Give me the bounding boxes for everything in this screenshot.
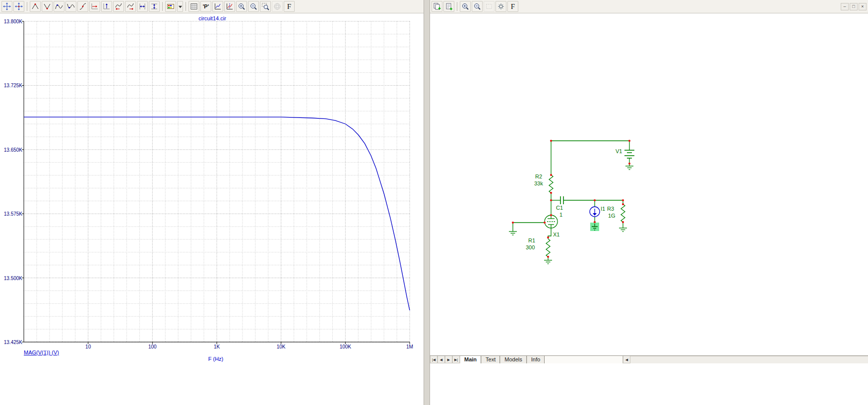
font-label: F	[287, 2, 291, 11]
ground-symbol-left[interactable]	[509, 231, 517, 235]
valley-icon	[43, 2, 51, 10]
minimize-button[interactable]: –	[841, 3, 849, 10]
zoom-out-button[interactable]	[472, 1, 483, 12]
value-c1[interactable]: 1	[559, 212, 562, 218]
cursor-move-icon	[3, 2, 11, 10]
schematic-tabbar: |◀ ◀ ▶ ▶| Main Text Models Info ◀	[430, 355, 868, 363]
color-palette-button[interactable]	[165, 1, 176, 12]
font-button[interactable]: F	[507, 1, 518, 12]
tab-scroll-next-button[interactable]: ▶	[445, 356, 452, 363]
toolbar-separator	[457, 2, 457, 11]
component-c1-capacitor[interactable]	[560, 196, 563, 204]
tab-text[interactable]: Text	[481, 356, 500, 363]
add-text-page-icon	[445, 2, 453, 10]
component-v1-battery[interactable]	[624, 150, 634, 158]
value-r3[interactable]: 1G	[608, 213, 616, 219]
label-x1[interactable]: X1	[553, 231, 559, 237]
tag-vertical-button[interactable]	[149, 1, 160, 12]
select-mode-button[interactable]	[1, 1, 12, 12]
label-v1[interactable]: V1	[616, 148, 622, 154]
cursor-mode-button[interactable]	[13, 1, 24, 12]
sphere-icon	[273, 2, 281, 10]
plot-toolbar: 'P' F	[0, 0, 424, 13]
component-r1-resistor[interactable]	[546, 239, 550, 257]
peak-button[interactable]	[30, 1, 41, 12]
tab-models[interactable]: Models	[500, 356, 526, 363]
zoom-region-button[interactable]	[260, 1, 271, 12]
component-r3-resistor[interactable]	[621, 204, 625, 222]
ground-symbol-r1[interactable]	[544, 260, 552, 264]
chart-cursor-icon	[226, 2, 234, 10]
hscroll-left-button[interactable]: ◀	[623, 356, 630, 363]
tab-scroll-prev-button[interactable]: ◀	[437, 356, 445, 363]
selected-ground-symbol[interactable]	[590, 223, 599, 231]
periodic-button[interactable]: 'P'	[200, 1, 211, 12]
tab-info[interactable]: Info	[527, 356, 545, 363]
tab-scroll-last-button[interactable]: ▶|	[452, 356, 460, 363]
schematic-canvas[interactable]	[430, 13, 868, 355]
component-x1-tube[interactable]	[545, 215, 558, 228]
component-i1-current-source[interactable]	[590, 207, 600, 217]
tab-scroll-first-button[interactable]: |◀	[430, 356, 437, 363]
tag-left-button[interactable]	[113, 1, 124, 12]
goto-y-button[interactable]	[101, 1, 112, 12]
caret-down-icon	[178, 4, 183, 9]
hscroll-track[interactable]	[630, 356, 868, 363]
options-button[interactable]	[496, 1, 506, 12]
plot-title: circuit14.cir	[10, 15, 415, 21]
periodic-label: 'P'	[203, 3, 209, 9]
tab-spacer	[545, 356, 623, 363]
schematic-toolbar: F – □ ×	[430, 0, 868, 13]
toolbar-separator	[162, 2, 163, 11]
add-page-button[interactable]	[432, 1, 442, 12]
palette-icon	[167, 2, 175, 10]
scale-mode-button[interactable]	[212, 1, 223, 12]
tag-horizontal-button[interactable]	[137, 1, 148, 12]
zoom-out-icon	[249, 2, 257, 10]
label-r1[interactable]: R1	[528, 237, 535, 243]
gear-icon	[497, 2, 505, 10]
label-r2[interactable]: R2	[535, 174, 542, 179]
peak-icon	[31, 2, 39, 10]
table-icon	[190, 2, 198, 10]
application-window: 'P' F 13.800K13.725K13.650K13.575K13.500…	[0, 0, 868, 405]
goto-x-button[interactable]	[89, 1, 100, 12]
plot-canvas[interactable]	[0, 13, 424, 405]
value-r1[interactable]: 300	[526, 244, 535, 250]
component-r2-resistor[interactable]	[549, 175, 553, 193]
ground-symbol-r3[interactable]	[619, 228, 627, 231]
ground-symbol-v1[interactable]	[625, 166, 633, 170]
label-r3[interactable]: R3	[607, 206, 614, 212]
zoom-out-button[interactable]	[248, 1, 259, 12]
three-d-button[interactable]	[272, 1, 283, 12]
global-low-button[interactable]	[65, 1, 76, 12]
tag-horizontal-icon	[138, 2, 146, 10]
select-region-button[interactable]	[484, 1, 495, 12]
tag-left-icon	[115, 2, 123, 10]
schematic-editor[interactable]: V1 R2 33k C1 1 I1 R3 1G X1 R1 300	[430, 13, 868, 355]
inflection-button[interactable]	[77, 1, 88, 12]
palette-dropdown-button[interactable]	[177, 1, 183, 12]
zoom-in-button[interactable]	[236, 1, 247, 12]
zoom-in-icon	[461, 2, 469, 10]
zoom-in-button[interactable]	[460, 1, 471, 12]
panel-splitter[interactable]	[424, 0, 430, 405]
zoom-out-icon	[473, 2, 481, 10]
toolbar-separator	[27, 2, 27, 11]
trace-label[interactable]: MAG(V(1)) (V)	[24, 349, 59, 355]
numeric-output-button[interactable]	[188, 1, 199, 12]
tab-main[interactable]: Main	[460, 356, 481, 363]
add-text-page-button[interactable]	[443, 1, 454, 12]
inflection-icon	[79, 2, 87, 10]
value-r2[interactable]: 33k	[534, 180, 543, 186]
toolbar-separator	[186, 2, 186, 11]
label-c1[interactable]: C1	[556, 205, 563, 211]
close-button[interactable]: ×	[859, 3, 867, 10]
cursor-chart-button[interactable]	[224, 1, 235, 12]
tag-right-button[interactable]	[125, 1, 136, 12]
label-i1[interactable]: I1	[601, 206, 605, 212]
global-high-button[interactable]	[54, 1, 64, 12]
valley-button[interactable]	[42, 1, 53, 12]
font-button[interactable]: F	[284, 1, 295, 12]
restore-button[interactable]: □	[850, 3, 858, 10]
